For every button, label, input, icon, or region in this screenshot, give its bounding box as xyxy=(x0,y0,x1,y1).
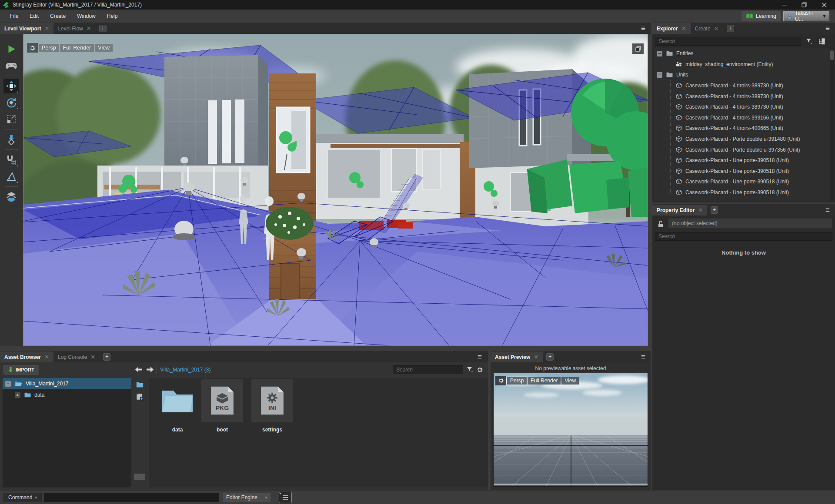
scrollbar-handle[interactable] xyxy=(134,474,145,480)
close-tab-icon[interactable]: ✕ xyxy=(87,26,91,31)
command-input[interactable] xyxy=(44,493,219,502)
rotate-tool-icon[interactable] xyxy=(3,95,19,110)
explorer-tab-explorer[interactable]: Explorer✕ xyxy=(652,23,691,34)
forward-arrow-icon[interactable] xyxy=(145,365,155,374)
close-tab-icon[interactable]: ✕ xyxy=(681,26,686,31)
add-tab-icon[interactable]: + xyxy=(546,353,554,361)
import-button[interactable]: IMPORT xyxy=(3,365,39,375)
explorer-item-unit[interactable]: Casework-Placard - Une porte-390518 (Uni… xyxy=(654,166,830,177)
gamepad-icon[interactable] xyxy=(3,58,19,73)
asset-filter-icon[interactable] xyxy=(465,365,474,374)
lock-icon[interactable] xyxy=(656,219,665,229)
viewport-settings-gear-icon[interactable] xyxy=(27,43,38,53)
add-tab-icon[interactable]: + xyxy=(103,353,110,361)
back-arrow-icon[interactable] xyxy=(134,365,144,374)
minimize-button[interactable] xyxy=(774,0,794,10)
explorer-tab-create[interactable]: Create✕ xyxy=(691,23,723,34)
move-tool-icon[interactable] xyxy=(3,79,19,93)
collapse-expander-icon[interactable]: − xyxy=(5,381,11,387)
command-dropdown-button[interactable]: Command ▾ xyxy=(3,493,42,502)
menu-item-edit[interactable]: Edit xyxy=(24,10,44,23)
menu-item-file[interactable]: File xyxy=(4,10,24,23)
asset-file-data[interactable]: data xyxy=(157,379,198,433)
close-tab-icon[interactable]: ✕ xyxy=(534,354,538,360)
new-folder-icon[interactable] xyxy=(135,381,144,388)
viewport-tab-level-flow[interactable]: Level Flow✕ xyxy=(53,23,95,34)
explorer-item-unit[interactable]: Casework-Placard - Une porte-390518 (Uni… xyxy=(654,187,830,198)
viewport-tab-level-viewport[interactable]: Level Viewport✕ xyxy=(0,23,53,34)
explorer-item-unit[interactable]: Casework-Placard - Porte double u-397356… xyxy=(654,144,830,155)
preview-settings-gear-icon[interactable] xyxy=(495,376,506,385)
close-tab-icon[interactable]: ✕ xyxy=(44,354,49,360)
snap-magnet-icon[interactable] xyxy=(3,153,19,167)
snap-to-ground-icon[interactable] xyxy=(3,132,19,147)
angle-tool-icon[interactable] xyxy=(3,169,19,184)
project-tree-item[interactable]: −Villa_Martini_2017 xyxy=(3,378,131,389)
project-tree-item[interactable]: +data xyxy=(3,389,131,401)
collapse-expander-icon[interactable]: − xyxy=(657,51,662,56)
user-account-button[interactable]: Takashi U... ▼ xyxy=(783,11,829,21)
close-button[interactable] xyxy=(814,0,834,10)
asset-file-settings[interactable]: INIsettings xyxy=(251,379,293,433)
explorer-item-unit[interactable]: Casework-Placard - Porte double u-391480… xyxy=(654,134,830,145)
explorer-item-unit[interactable]: Casework-Placard - Une porte-390518 (Uni… xyxy=(654,176,830,187)
viewport-view-menu[interactable]: View xyxy=(95,44,113,52)
expand-expander-icon[interactable]: + xyxy=(15,392,20,398)
explorer-tree-view-icon[interactable] xyxy=(817,37,826,46)
preview-view-menu[interactable]: View xyxy=(561,377,579,385)
explorer-item-unit[interactable]: Casework-Placard - 4 tiroirs-389730 (Uni… xyxy=(654,80,830,91)
scale-tool-icon[interactable] xyxy=(3,112,19,126)
menu-item-help[interactable]: Help xyxy=(101,10,124,23)
learning-button[interactable]: Learning xyxy=(741,11,781,21)
explorer-panel-menu-icon[interactable]: ≡ xyxy=(825,25,830,32)
preview-render-mode-menu[interactable]: Full Render xyxy=(528,377,561,385)
menu-item-create[interactable]: Create xyxy=(44,10,71,23)
console-toggle-button[interactable] xyxy=(279,492,292,503)
add-asset-icon[interactable] xyxy=(135,393,144,401)
asset-preview-tab-asset-preview[interactable]: Asset Preview✕ xyxy=(491,351,543,362)
explorer-item-unit[interactable]: Casework-Placard - Une porte-390518 (Uni… xyxy=(654,155,830,166)
asset-search-input[interactable] xyxy=(393,365,463,374)
asset-preview-canvas[interactable]: Persp Full Render View xyxy=(493,373,648,487)
engine-target-dropdown[interactable]: Editor Engine ▾ xyxy=(223,493,271,502)
asset-browser-panel-menu-icon[interactable]: ≡ xyxy=(478,353,482,361)
selected-object-field[interactable]: (no object selected) xyxy=(668,218,832,229)
viewport-camera-menu[interactable]: Persp xyxy=(39,44,59,52)
preview-camera-menu[interactable]: Persp xyxy=(507,377,527,385)
close-tab-icon[interactable]: ✕ xyxy=(44,26,49,31)
explorer-item-unit[interactable]: Casework-Placard - 4 tiroirs-393166 (Uni… xyxy=(654,113,830,123)
explorer-item-folder[interactable]: −Entities xyxy=(654,48,830,59)
restore-button[interactable] xyxy=(794,0,814,10)
explorer-item-entity[interactable]: midday_shading_environment (Entity) xyxy=(654,59,830,70)
asset-file-boot[interactable]: PKGboot xyxy=(201,379,243,433)
close-tab-icon[interactable]: ✕ xyxy=(90,354,95,360)
breadcrumb[interactable]: Villa_Martini_2017 (3) xyxy=(160,367,211,373)
close-tab-icon[interactable]: ✕ xyxy=(714,26,719,31)
explorer-item-unit[interactable]: Casework-Placard - 4 tiroirs-389730 (Uni… xyxy=(654,102,830,113)
add-tab-icon[interactable]: + xyxy=(99,25,107,32)
viewport-maximize-icon[interactable] xyxy=(632,43,644,54)
add-tab-icon[interactable]: + xyxy=(711,206,718,214)
viewport-render-mode-menu[interactable]: Full Render xyxy=(60,44,94,52)
explorer-search-input[interactable] xyxy=(655,37,801,46)
close-tab-icon[interactable]: ✕ xyxy=(698,207,703,213)
add-tab-icon[interactable]: + xyxy=(727,25,734,32)
property-editor-tab-property-editor[interactable]: Property Editor✕ xyxy=(652,205,707,216)
asset-settings-gear-icon[interactable] xyxy=(475,365,484,375)
level-viewport-canvas[interactable]: Persp Full Render View xyxy=(23,34,648,346)
explorer-item-unit[interactable]: Casework-Placard - 4 tiroirs-400665 (Uni… xyxy=(654,123,830,134)
explorer-scrollbar[interactable] xyxy=(830,50,834,201)
play-icon[interactable] xyxy=(3,42,19,56)
menu-item-window[interactable]: Window xyxy=(71,10,101,23)
explorer-item-folder[interactable]: −Units xyxy=(654,70,830,80)
viewport-panel-menu-icon[interactable]: ≡ xyxy=(641,25,645,32)
property-editor-panel-menu-icon[interactable]: ≡ xyxy=(825,206,830,214)
collapse-expander-icon[interactable]: − xyxy=(657,72,662,78)
asset-browser-tab-asset-browser[interactable]: Asset Browser✕ xyxy=(0,351,53,362)
asset-preview-panel-menu-icon[interactable]: ≡ xyxy=(641,353,645,361)
property-search-input[interactable] xyxy=(655,232,832,241)
explorer-item-unit[interactable]: Casework-Placard - 4 tiroirs-389730 (Uni… xyxy=(654,91,830,102)
asset-browser-tab-log-console[interactable]: Log Console✕ xyxy=(53,351,100,362)
layers-icon[interactable] xyxy=(3,189,19,204)
explorer-filter-icon[interactable] xyxy=(805,37,813,46)
